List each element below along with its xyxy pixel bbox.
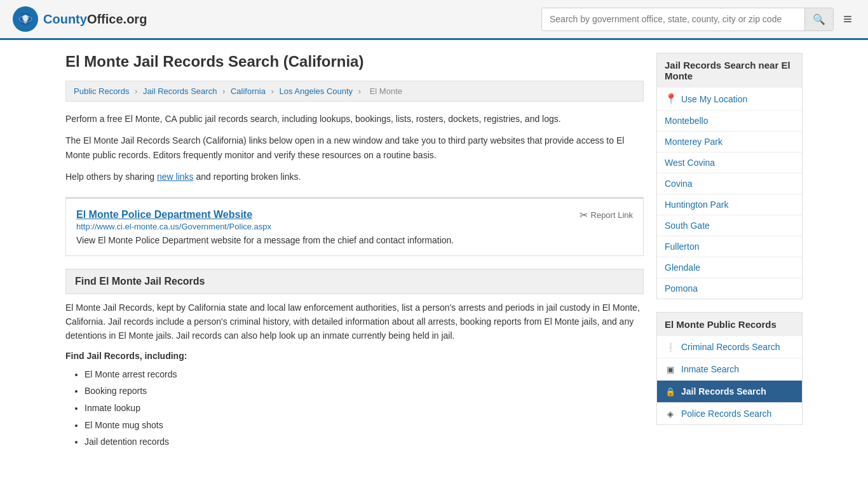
jail-icon: 🔒 [665,387,676,396]
public-records-header: El Monte Public Records [656,312,803,336]
pub-records-police[interactable]: ◈ Police Records Search [657,403,802,424]
link-card: El Monte Police Department Website ✂ Rep… [65,197,644,256]
public-records-list: ❕ Criminal Records Search ▣ Inmate Searc… [656,336,803,425]
pub-records-inmate[interactable]: ▣ Inmate Search [657,358,802,381]
use-location-link[interactable]: Use My Location [681,94,747,104]
criminal-records-link[interactable]: Criminal Records Search [681,342,780,352]
sidebar: Jail Records Search near El Monte 📍 Use … [656,53,803,451]
report-link-button[interactable]: ✂ Report Link [580,209,633,221]
link-url[interactable]: http://www.ci.el-monte.ca.us/Government/… [76,222,271,231]
description-para3: Help others by sharing new links and rep… [65,170,644,184]
jail-records-link[interactable]: Jail Records Search [681,386,766,396]
public-records-section: El Monte Public Records ❕ Criminal Recor… [656,312,803,425]
link-card-title[interactable]: El Monte Police Department Website [76,209,252,220]
menu-icon[interactable]: ≡ [840,7,855,31]
new-links-link[interactable]: new links [157,172,194,182]
inmate-search-link[interactable]: Inmate Search [681,364,739,374]
main-container: El Monte Jail Records Search (California… [53,40,815,463]
nearby-glendale[interactable]: Glendale [657,257,802,278]
breadcrumb-jail-records[interactable]: Jail Records Search [143,86,217,96]
nearby-covina[interactable]: Covina [657,173,802,194]
nearby-list: 📍 Use My Location Montebello Monterey Pa… [656,88,803,299]
use-location-item[interactable]: 📍 Use My Location [657,88,802,111]
list-item: Booking reports [85,383,644,400]
logo-area: CountyOffice.org [13,6,147,32]
inmate-icon: ▣ [665,365,676,374]
breadcrumb-la-county[interactable]: Los Angeles County [279,86,353,96]
breadcrumb-el-monte: El Monte [370,86,402,96]
nearby-pomona[interactable]: Pomona [657,278,802,299]
find-list-title: Find Jail Records, including: [65,351,644,361]
page-title: El Monte Jail Records Search (California… [65,53,644,71]
logo-icon [13,6,38,32]
criminal-icon: ❕ [665,342,676,352]
find-section-title: Find El Monte Jail Records [75,276,634,287]
nearby-montebello[interactable]: Montebello [657,111,802,132]
search-input[interactable] [542,9,804,29]
description-para2: The El Monte Jail Records Search (Califo… [65,133,644,162]
location-icon: 📍 [665,93,677,105]
report-icon: ✂ [580,209,588,221]
header-right: 🔍 ≡ [541,7,855,31]
police-records-link[interactable]: Police Records Search [681,409,771,419]
link-card-header: El Monte Police Department Website ✂ Rep… [76,209,633,221]
nearby-section: Jail Records Search near El Monte 📍 Use … [656,53,803,299]
nearby-section-header: Jail Records Search near El Monte [656,53,803,88]
content-area: El Monte Jail Records Search (California… [65,53,644,451]
logo-text: CountyOffice.org [43,12,147,27]
search-button[interactable]: 🔍 [804,8,833,30]
pub-records-jail[interactable]: 🔒 Jail Records Search [657,381,802,403]
find-section-header: Find El Monte Jail Records [65,269,644,294]
nearby-fullerton[interactable]: Fullerton [657,236,802,257]
records-list: El Monte arrest records Booking reports … [85,366,644,451]
link-desc: View El Monte Police Department website … [76,235,633,245]
report-link-label: Report Link [591,210,633,220]
list-item: El Monte arrest records [85,366,644,383]
find-section-body: El Monte Jail Records, kept by Californi… [65,301,644,343]
pub-records-criminal[interactable]: ❕ Criminal Records Search [657,336,802,358]
nearby-huntington-park[interactable]: Huntington Park [657,194,802,215]
list-item: Jail detention records [85,433,644,451]
police-icon: ◈ [665,409,676,419]
list-item: Inmate lookup [85,400,644,417]
search-bar: 🔍 [541,8,834,31]
description-para1: Perform a free El Monte, CA public jail … [65,112,644,126]
breadcrumb-california[interactable]: California [231,86,266,96]
breadcrumb-public-records[interactable]: Public Records [74,86,129,96]
nearby-west-covina[interactable]: West Covina [657,152,802,173]
header: CountyOffice.org 🔍 ≡ [0,0,868,40]
nearby-monterey-park[interactable]: Monterey Park [657,132,802,152]
list-item: El Monte mug shots [85,417,644,434]
breadcrumb: Public Records › Jail Records Search › C… [65,81,644,102]
nearby-south-gate[interactable]: South Gate [657,215,802,236]
